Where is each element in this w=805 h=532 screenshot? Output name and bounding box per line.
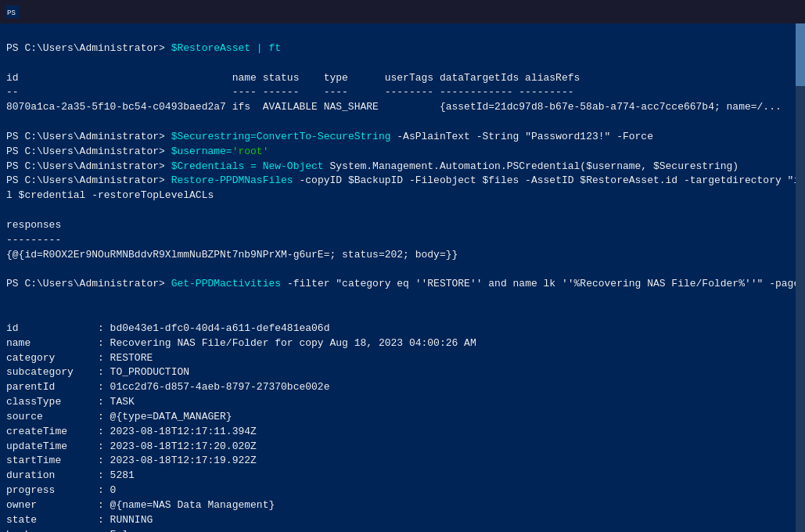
- terminal-line: subcategory : TO_PRODUCTION: [6, 365, 799, 380]
- terminal-output[interactable]: PS C:\Users\Administrator> $RestoreAsset…: [0, 23, 805, 532]
- terminal-line: progress : 0: [6, 483, 799, 498]
- terminal-line: [6, 263, 799, 278]
- terminal-line: [6, 27, 799, 41]
- terminal-line: category : RESTORE: [6, 351, 799, 366]
- terminal-line: id : bd0e43e1-dfc0-40d4-a611-defe481ea06…: [6, 322, 799, 336]
- terminal-line: l $credential -restoreTopLevelACLs: [6, 189, 799, 203]
- terminal-line: [6, 292, 799, 307]
- terminal-line: responses: [6, 218, 799, 233]
- title-bar: PS: [0, 0, 805, 23]
- terminal-line: source : @{type=DATA_MANAGER}: [6, 410, 799, 425]
- app-window: PS PS C:\Users\Administrator> $RestoreAs…: [0, 0, 805, 532]
- scrollbar-track[interactable]: [796, 23, 805, 532]
- terminal-line: hasLogs : False: [6, 528, 799, 532]
- terminal-line: {@{id=R0OX2Er9NOuRMNBddvR9XlmmNuBZPNt7nb…: [6, 248, 799, 263]
- maximize-button[interactable]: [727, 0, 763, 23]
- terminal-line: createTime : 2023-08-18T12:17:11.394Z: [6, 425, 799, 440]
- terminal-line: PS C:\Users\Administrator> $Securestring…: [6, 130, 799, 145]
- terminal-line: parentId : 01cc2d76-d857-4aeb-8797-27370…: [6, 380, 799, 395]
- terminal-line: [6, 203, 799, 218]
- terminal-line: updateTime : 2023-08-18T12:17:20.020Z: [6, 440, 799, 455]
- terminal-line: name : Recovering NAS File/Folder for co…: [6, 336, 799, 351]
- terminal-line: [6, 115, 799, 130]
- terminal-line: classType : TASK: [6, 395, 799, 410]
- terminal-line: ---------: [6, 233, 799, 248]
- terminal-line: PS C:\Users\Administrator> $username='ro…: [6, 145, 799, 160]
- terminal-line: startTime : 2023-08-18T12:17:19.922Z: [6, 454, 799, 469]
- terminal-line: owner : @{name=NAS Data Management}: [6, 498, 799, 513]
- svg-text:PS: PS: [7, 9, 16, 17]
- terminal-line: 8070a1ca-2a35-5f10-bc54-c0493baed2a7 ifs…: [6, 100, 799, 115]
- terminal-line: [6, 56, 799, 71]
- terminal-line: PS C:\Users\Administrator> Get-PPDMactiv…: [6, 277, 799, 292]
- terminal-line: duration : 5281: [6, 469, 799, 483]
- terminal-line: -- ---- ------ ---- -------- -----------…: [6, 85, 799, 100]
- window-controls: [691, 0, 799, 23]
- terminal-line: PS C:\Users\Administrator> $RestoreAsset…: [6, 41, 799, 56]
- terminal-line: [6, 307, 799, 322]
- close-button[interactable]: [763, 0, 799, 23]
- terminal-line: PS C:\Users\Administrator> Restore-PPDMN…: [6, 174, 799, 189]
- terminal-line: state : RUNNING: [6, 513, 799, 528]
- terminal-line: id name status type userTags dataTargetI…: [6, 71, 799, 86]
- terminal-line: PS C:\Users\Administrator> $Credentials …: [6, 160, 799, 174]
- app-icon: PS: [6, 5, 19, 18]
- scrollbar-thumb[interactable]: [796, 23, 805, 86]
- minimize-button[interactable]: [691, 0, 727, 23]
